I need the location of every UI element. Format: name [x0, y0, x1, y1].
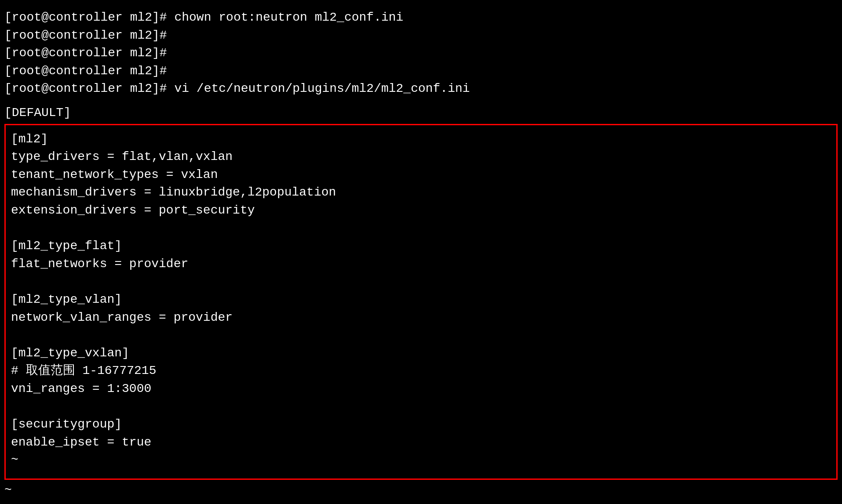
- empty-line-2: [11, 273, 831, 291]
- header-line-5: [root@controller ml2]# vi /etc/neutron/p…: [4, 80, 838, 98]
- header-line-2: [root@controller ml2]#: [4, 27, 838, 45]
- mechanism-drivers-line: mechanism_drivers = linuxbridge,l2popula…: [11, 184, 831, 202]
- network-vlan-ranges-line: network_vlan_ranges = provider: [11, 309, 831, 327]
- default-label-section: [DEFAULT]: [4, 102, 838, 124]
- type-drivers-line: type_drivers = flat,vlan,vxlan: [11, 148, 831, 166]
- comment-line: # 取值范围 1-16777215: [11, 362, 831, 380]
- config-file-content: [ml2] type_drivers = flat,vlan,vxlan ten…: [4, 124, 838, 480]
- tenant-network-types-line: tenant_network_types = vxlan: [11, 166, 831, 184]
- header-line-1: [root@controller ml2]# chown root:neutro…: [4, 9, 838, 27]
- enable-ipset-line: enable_ipset = true: [11, 434, 831, 452]
- ml2-section-header: [ml2]: [11, 131, 831, 149]
- extension-drivers-line: extension_drivers = port_security: [11, 202, 831, 220]
- ml2-type-flat-header: [ml2_type_flat]: [11, 237, 831, 255]
- default-label: [DEFAULT]: [4, 104, 838, 122]
- header-line-4: [root@controller ml2]#: [4, 62, 838, 80]
- empty-line-1: [11, 220, 831, 238]
- ml2-type-vlan-header: [ml2_type_vlan]: [11, 291, 831, 309]
- header-commands: [root@controller ml2]# chown root:neutro…: [4, 4, 838, 102]
- empty-line-4: [11, 398, 831, 416]
- terminal-window: [root@controller ml2]# chown root:neutro…: [4, 4, 838, 500]
- ml2-type-vxlan-header: [ml2_type_vxlan]: [11, 344, 831, 363]
- header-line-3: [root@controller ml2]#: [4, 44, 838, 62]
- tilde-outside: ~: [4, 480, 838, 500]
- vni-ranges-line: vni_ranges = 1:3000: [11, 380, 831, 398]
- empty-line-3: [11, 326, 831, 344]
- tilde-inside-box: ~: [11, 451, 831, 469]
- flat-networks-line: flat_networks = provider: [11, 255, 831, 273]
- securitygroup-header: [securitygroup]: [11, 416, 831, 434]
